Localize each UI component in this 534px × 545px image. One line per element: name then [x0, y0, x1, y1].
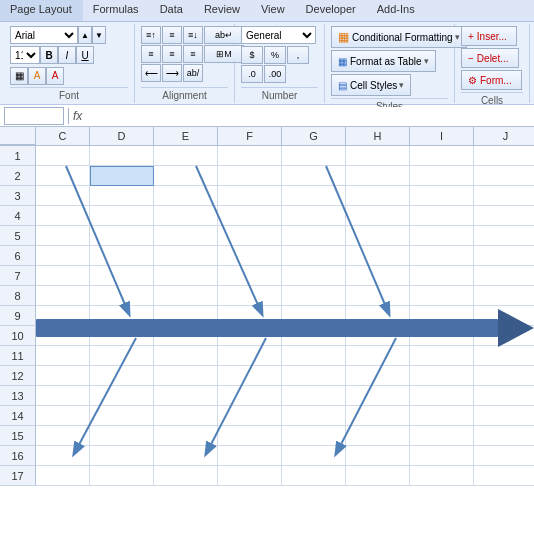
fill-color-btn[interactable]: A: [28, 67, 46, 85]
row-header-2[interactable]: 2: [0, 166, 36, 186]
row-header-6[interactable]: 6: [0, 246, 36, 266]
bold-btn[interactable]: B: [40, 46, 58, 64]
align-middle-btn[interactable]: ≡: [162, 26, 182, 44]
cell-h1[interactable]: [346, 146, 410, 166]
row-header-17[interactable]: 17: [0, 466, 36, 486]
indent-left-btn[interactable]: ⟵: [141, 64, 161, 82]
row-header-3[interactable]: 3: [0, 186, 36, 206]
align-top-btn[interactable]: ≡↑: [141, 26, 161, 44]
cell-h2[interactable]: [346, 166, 410, 186]
row-header-1[interactable]: 1: [0, 146, 36, 166]
ribbon-cells-group: +Inser... −Delet... ⚙Form... Cells: [455, 24, 530, 103]
cell-j1[interactable]: [474, 146, 534, 166]
row-header-8[interactable]: 8: [0, 286, 36, 306]
increase-decimal-btn[interactable]: .00: [264, 65, 286, 83]
ribbon-alignment-group: ≡↑ ≡ ≡↓ ab↵ ≡ ≡ ≡ ⊞M ⟵ ⟶ ab/ Alignment: [135, 24, 235, 103]
conditional-icon: ▦: [338, 30, 349, 44]
alignment-controls: ≡↑ ≡ ≡↓ ab↵ ≡ ≡ ≡ ⊞M ⟵ ⟶ ab/: [141, 26, 228, 87]
row-header-15[interactable]: 15: [0, 426, 36, 446]
col-header-f[interactable]: F: [218, 127, 282, 145]
col-header-c[interactable]: C: [36, 127, 90, 145]
row-header-12[interactable]: 12: [0, 366, 36, 386]
indent-right-btn[interactable]: ⟶: [162, 64, 182, 82]
grid-rows: [36, 146, 534, 486]
cell-d2[interactable]: [90, 166, 154, 186]
currency-btn[interactable]: $: [241, 46, 263, 64]
align-center-btn[interactable]: ≡: [162, 45, 182, 63]
tab-developer[interactable]: Developer: [296, 0, 367, 21]
row-header-4[interactable]: 4: [0, 206, 36, 226]
cell-j2[interactable]: [474, 166, 534, 186]
cell-e1[interactable]: [154, 146, 218, 166]
tab-view[interactable]: View: [251, 0, 296, 21]
row-header-5[interactable]: 5: [0, 226, 36, 246]
formula-input[interactable]: [86, 107, 530, 125]
cell-c2[interactable]: [36, 166, 90, 186]
underline-btn[interactable]: U: [76, 46, 94, 64]
align-bottom-btn[interactable]: ≡↓: [183, 26, 203, 44]
table-row: [36, 386, 534, 406]
conditional-formatting-btn[interactable]: ▦ Conditional Formatting ▾: [331, 26, 467, 48]
cell-i2[interactable]: [410, 166, 474, 186]
cell-styles-btn[interactable]: ▤ Cell Styles ▾: [331, 74, 411, 96]
tab-formulas[interactable]: Formulas: [83, 0, 150, 21]
cell-g2[interactable]: [282, 166, 346, 186]
number-controls: General $ % , .0 .00: [241, 26, 318, 87]
row-header-9[interactable]: 9: [0, 306, 36, 326]
number-row2: .0 .00: [241, 65, 287, 83]
col-header-e[interactable]: E: [154, 127, 218, 145]
decrease-decimal-btn[interactable]: .0: [241, 65, 263, 83]
delete-cells-btn[interactable]: −Delet...: [461, 48, 519, 68]
cell-c1[interactable]: [36, 146, 90, 166]
col-header-d[interactable]: D: [90, 127, 154, 145]
table-row: [36, 166, 534, 186]
fx-icon: fx: [73, 109, 82, 123]
insert-cells-btn[interactable]: +Inser...: [461, 26, 517, 46]
cell-i1[interactable]: [410, 146, 474, 166]
row-header-10[interactable]: 10: [0, 326, 36, 346]
font-name-select[interactable]: Arial: [10, 26, 78, 44]
styles-controls: ▦ Conditional Formatting ▾ ▦ Format as T…: [331, 26, 448, 98]
row-header-14[interactable]: 14: [0, 406, 36, 426]
format-as-table-btn[interactable]: ▦ Format as Table ▾: [331, 50, 436, 72]
font-controls: Arial ▲ ▼ 11 B I U ▦ A A: [10, 26, 128, 87]
font-size-select[interactable]: 11: [10, 46, 40, 64]
row-header-7[interactable]: 7: [0, 266, 36, 286]
cell-e2[interactable]: [154, 166, 218, 186]
tab-data[interactable]: Data: [150, 0, 194, 21]
orientation-btn[interactable]: ab/: [183, 64, 203, 82]
font-increase-btn[interactable]: ▲: [78, 26, 92, 44]
table-row: [36, 246, 534, 266]
italic-btn[interactable]: I: [58, 46, 76, 64]
cell-f1[interactable]: [218, 146, 282, 166]
align-left-btn[interactable]: ≡: [141, 45, 161, 63]
name-box[interactable]: [4, 107, 64, 125]
border-btn[interactable]: ▦: [10, 67, 28, 85]
tab-page-layout[interactable]: Page Layout: [0, 0, 83, 21]
row-header-13[interactable]: 13: [0, 386, 36, 406]
number-format-select[interactable]: General: [241, 26, 316, 44]
col-header-i[interactable]: I: [410, 127, 474, 145]
col-header-h[interactable]: H: [346, 127, 410, 145]
cell-c3[interactable]: [36, 186, 90, 206]
ribbon: Page Layout Formulas Data Review View De…: [0, 0, 534, 105]
cell-f2[interactable]: [218, 166, 282, 186]
col-header-g[interactable]: G: [282, 127, 346, 145]
table-row: [36, 346, 534, 366]
cell-d1[interactable]: [90, 146, 154, 166]
tab-review[interactable]: Review: [194, 0, 251, 21]
col-header-j[interactable]: J: [474, 127, 534, 145]
font-color-btn[interactable]: A: [46, 67, 64, 85]
cell-g1[interactable]: [282, 146, 346, 166]
row-header-16[interactable]: 16: [0, 446, 36, 466]
format-cells-btn[interactable]: ⚙Form...: [461, 70, 522, 90]
comma-btn[interactable]: ,: [287, 46, 309, 64]
number-group-label: Number: [241, 87, 318, 101]
tab-add-ins[interactable]: Add-Ins: [367, 0, 426, 21]
font-decrease-btn[interactable]: ▼: [92, 26, 106, 44]
align-right-btn[interactable]: ≡: [183, 45, 203, 63]
align-row3: ⟵ ⟶ ab/: [141, 64, 204, 82]
alignment-group-label: Alignment: [141, 87, 228, 101]
row-header-11[interactable]: 11: [0, 346, 36, 366]
percent-btn[interactable]: %: [264, 46, 286, 64]
